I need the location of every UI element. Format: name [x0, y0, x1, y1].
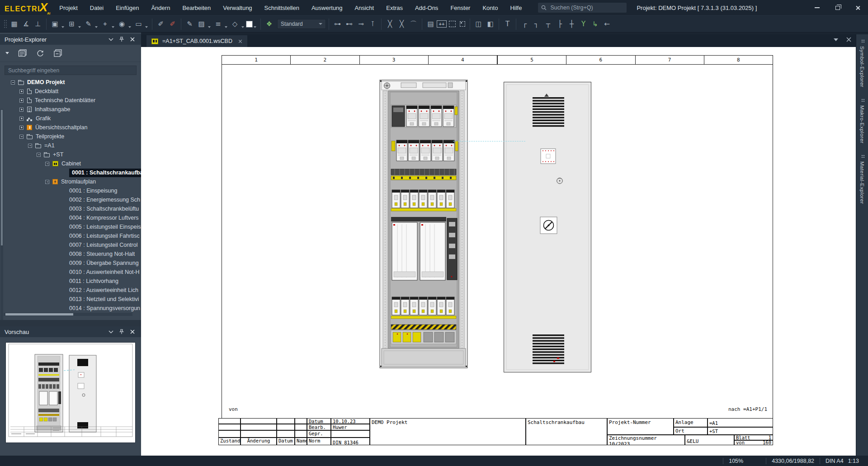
cabinet-view-button[interactable]: ◧ — [485, 18, 496, 30]
collapse-expander-icon[interactable] — [19, 135, 24, 139]
tree-item-0010[interactable]: 0010 : Auswerteinheit Not-H — [4, 268, 141, 277]
tree-item-grafik[interactable]: Grafik — [4, 114, 141, 123]
close-button[interactable] — [848, 0, 868, 15]
tee-down-tool-button[interactable]: ┬ — [542, 18, 554, 30]
menu-bearbeiten[interactable]: Bearbeiten — [182, 5, 211, 11]
menu-schnittstellen[interactable]: Schnittstellen — [264, 5, 299, 11]
window-layout-button[interactable]: ▦ — [9, 18, 20, 30]
expand-expander-icon[interactable] — [19, 108, 24, 112]
marquee-partial-button[interactable] — [460, 21, 465, 27]
tree-search-input[interactable] — [5, 66, 137, 75]
measure-button[interactable]: ∡ — [20, 18, 32, 30]
connection-end-button[interactable]: ⊷ — [344, 18, 355, 30]
corner2-tool-button[interactable]: ┐ — [531, 18, 542, 30]
tree-item-teilprojekte[interactable]: Teilprojekte — [4, 132, 141, 141]
expand-expander-icon[interactable] — [19, 117, 24, 121]
tree-item-0012[interactable]: 0012 : Auswerteeinheit Lich — [4, 286, 141, 295]
tree-item-project-root[interactable]: DEMO Projekt — [4, 78, 141, 87]
connection-line-button[interactable]: ⊸ — [355, 18, 367, 30]
pin-panel-button[interactable] — [118, 328, 126, 336]
collapse-expander-icon[interactable] — [11, 80, 15, 85]
menu-addons[interactable]: Add-Ons — [415, 5, 438, 11]
branch-tool-button[interactable]: Y — [578, 18, 589, 30]
tree-item-0006[interactable]: 0006 : Leistungsteil Fahrtisc — [4, 231, 141, 240]
dropdown-caret-icon[interactable] — [225, 26, 227, 28]
menu-hilfe[interactable]: Hilfe — [510, 5, 522, 11]
tree-item-uebersichtsschaltplan[interactable]: Übersichtsschaltplan — [4, 123, 141, 132]
tab-close-icon[interactable] — [238, 39, 242, 43]
dropdown-caret-icon[interactable] — [61, 26, 64, 28]
panel-splitter[interactable] — [0, 320, 141, 326]
tree-item-stromlaufplan[interactable]: Stromlaufplan — [4, 177, 141, 186]
preview-thumbnail[interactable] — [5, 342, 136, 443]
expand-expander-icon[interactable] — [19, 89, 24, 94]
document-tab-active[interactable]: =A1+ST_CAB.0001.wsCBD — [146, 35, 247, 47]
tree-vertical-scrollbar[interactable] — [0, 109, 3, 346]
cross-line-tool-button[interactable]: ┼ — [566, 18, 577, 30]
tree-horizontal-scrollbar[interactable] — [4, 313, 132, 316]
collapse-panel-button[interactable] — [107, 328, 115, 336]
cabinet-mounting-plate[interactable] — [379, 77, 468, 371]
line-width-button[interactable]: ≡ — [212, 18, 224, 30]
format-brush-button[interactable]: ✐ — [155, 18, 166, 30]
maximize-button[interactable] — [827, 0, 848, 15]
position-probe-button[interactable]: ⌖ — [99, 18, 111, 30]
collapse-expander-icon[interactable] — [28, 144, 32, 148]
dropdown-caret-icon[interactable] — [208, 26, 211, 28]
menu-auswertung[interactable]: Auswertung — [311, 5, 343, 11]
draw-pen-button[interactable]: ✎ — [184, 18, 195, 30]
corner-tool-button[interactable]: ┌ — [519, 18, 530, 30]
probe-button[interactable]: ⊥ — [32, 18, 43, 30]
toolbar-grip[interactable] — [4, 19, 7, 28]
pen-macro-button[interactable]: ✎ — [83, 18, 94, 30]
tree-item-0003[interactable]: 0003 : Schaltschrankbelüftu — [4, 204, 141, 213]
fill-style-button[interactable]: ◇ — [229, 18, 241, 30]
menu-fenster[interactable]: Fenster — [450, 5, 470, 11]
dropdown-caret-icon[interactable] — [241, 26, 244, 28]
tab-material-explorer[interactable]: Material-Explorer — [856, 150, 868, 210]
tee-right-tool-button[interactable]: ├ — [554, 18, 566, 30]
page-insert-button[interactable]: ⊞ — [66, 18, 77, 30]
tab-symbol-explorer[interactable]: Symbol-Explorer — [856, 34, 868, 94]
tree-item-inhaltsangabe[interactable]: Inhaltsangabe — [4, 105, 141, 114]
status-zoom[interactable]: 105% — [729, 458, 760, 464]
tree-item-0004[interactable]: 0004 : Kompressor Luftvers — [4, 213, 141, 222]
layer-select[interactable]: Standard — [277, 19, 326, 29]
menu-ansicht[interactable]: Ansicht — [355, 5, 374, 11]
tab-list-dropdown-icon[interactable] — [834, 38, 838, 41]
refresh-button[interactable] — [36, 49, 44, 57]
close-document-icon[interactable] — [846, 37, 851, 42]
menu-datei[interactable]: Datei — [90, 5, 104, 11]
viewport-button[interactable]: ◫ — [473, 18, 484, 30]
menu-verwaltung[interactable]: Verwaltung — [223, 5, 252, 11]
dropdown-caret-icon[interactable] — [78, 26, 81, 28]
scrollbar-thumb[interactable] — [5, 313, 73, 315]
tree-item-deckblatt[interactable]: Deckblatt — [4, 87, 141, 96]
tree-item-st[interactable]: +ST — [4, 150, 141, 159]
device-box-button[interactable]: ▤ — [425, 18, 436, 30]
cabinet-door-view[interactable] — [504, 82, 591, 372]
global-search-input[interactable] — [549, 4, 622, 11]
hatch-style-button[interactable]: ▨ — [196, 18, 207, 30]
ring-probe-button[interactable]: ◉ — [116, 18, 127, 30]
terminal-add-button[interactable]: ++ — [437, 20, 447, 28]
tree-item-0008[interactable]: 0008 : Steuerung Not-Halt — [4, 249, 141, 259]
tree-item-cabinet[interactable]: Cabinet — [4, 159, 141, 168]
close-panel-button[interactable] — [128, 35, 137, 43]
arc-connect-button[interactable]: ⌒ — [408, 18, 419, 30]
close-panel-button[interactable] — [128, 328, 137, 336]
tree-item-0014[interactable]: 0014 : Spannungsversorgun — [4, 304, 141, 313]
expand-expander-icon[interactable] — [19, 99, 24, 103]
menu-aendern[interactable]: Ändern — [151, 5, 170, 11]
dropdown-caret-icon[interactable] — [145, 26, 148, 28]
dropdown-caret-icon[interactable] — [112, 26, 114, 28]
menu-einfuegen[interactable]: Einfügen — [116, 5, 139, 11]
text-tool-button[interactable]: T — [502, 18, 513, 30]
tree-item-a1[interactable]: =A1 — [4, 141, 141, 150]
expand-expander-icon[interactable] — [19, 126, 24, 130]
tree-item-0002[interactable]: 0002 : Energiemessung Sch — [4, 195, 141, 204]
tree-item-0001-schaltschrankaufbau[interactable]: 0001 : Schaltschrankaufbau — [4, 168, 141, 177]
cross-open-button[interactable]: ╳ — [396, 18, 407, 30]
cross-connect-button[interactable]: ╳ — [384, 18, 396, 30]
menu-extras[interactable]: Extras — [386, 5, 403, 11]
